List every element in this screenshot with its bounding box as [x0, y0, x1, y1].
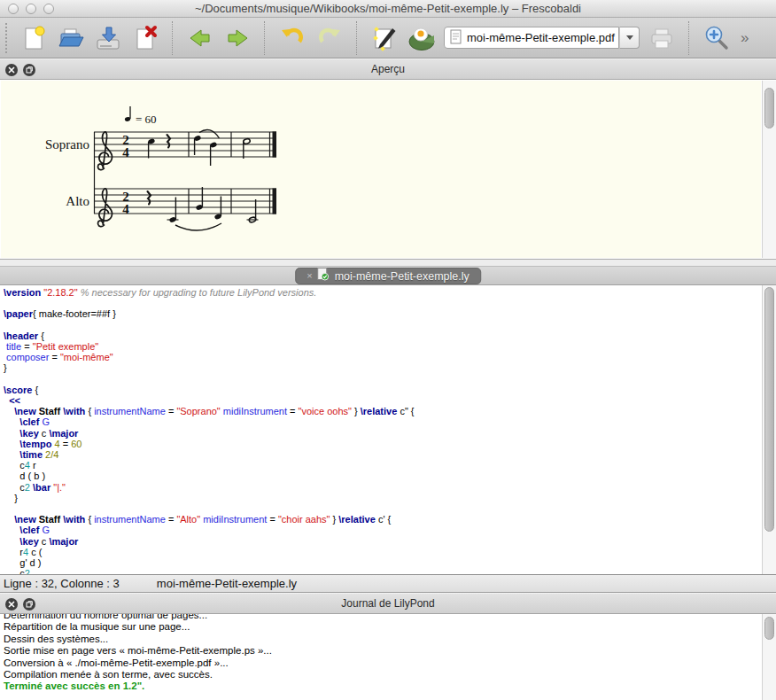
open-folder-icon	[57, 24, 85, 52]
back-button[interactable]	[182, 19, 219, 57]
code-line	[4, 503, 760, 514]
document-tab[interactable]: × moi-même-Petit-exemple.ly	[295, 268, 481, 284]
code-line: c2 \bar "|."	[4, 482, 760, 493]
pencil-edit-icon	[370, 24, 399, 52]
toolbar-drag-handle[interactable]	[5, 23, 10, 53]
log-line: Sortie mise en page vers « moi-même-Peti…	[4, 645, 760, 657]
preview-panel-title: Aperçu	[371, 63, 405, 75]
minimize-window-button[interactable]	[26, 4, 36, 14]
tab-close-icon[interactable]: ×	[307, 271, 312, 281]
run-lilypond-button[interactable]	[403, 19, 440, 57]
score-preview[interactable]: Soprano Alto	[1, 81, 761, 258]
code-line: \new Staff \with { instrumentName = "Alt…	[4, 514, 760, 525]
code-line: \version "2.18.2" % necessary for upgrad…	[4, 287, 760, 298]
code-line: \score {	[4, 385, 760, 395]
close-document-button[interactable]	[127, 19, 164, 57]
code-line: c2	[4, 568, 760, 574]
cursor-position: Ligne : 32, Colonne : 3	[4, 577, 120, 590]
back-arrow-icon	[186, 24, 214, 52]
log-line: Détermination du nombre optimal de pages…	[4, 614, 760, 621]
code-line: title = "Petit exemple"	[4, 341, 760, 352]
log-scrollbar[interactable]	[762, 614, 776, 700]
lilypond-egg-icon	[407, 23, 437, 53]
code-line	[4, 298, 760, 308]
toolbar-separator	[688, 21, 690, 55]
redo-button[interactable]	[311, 19, 348, 57]
code-line: \key c \major	[4, 428, 760, 439]
staff-lines	[94, 132, 276, 214]
time-signatures: 2 4 2 4	[122, 133, 129, 216]
editor-scrollbar-thumb[interactable]	[764, 287, 774, 532]
code-line: \clef G	[4, 416, 760, 427]
preview-scrollbar-thumb[interactable]	[764, 88, 774, 128]
document-combo-dropdown-button[interactable]	[619, 27, 640, 49]
close-log-panel-button[interactable]	[5, 598, 18, 611]
editor-scrollbar[interactable]	[762, 285, 776, 574]
forward-button[interactable]	[219, 19, 256, 57]
code-editor[interactable]: \version "2.18.2" % necessary for upgrad…	[0, 285, 776, 574]
close-icon	[8, 66, 15, 74]
code-line: }	[4, 362, 760, 373]
code-line	[4, 320, 760, 331]
frescobaldi-window: ~/Documents/musique/Wikibooks/moi-même-P…	[0, 0, 776, 700]
tempo-mark: = 60	[124, 106, 156, 126]
close-preview-panel-button[interactable]	[5, 64, 18, 76]
log-panel-header: Journal de LilyPond	[0, 593, 776, 614]
lilypond-log[interactable]: Détermination du nombre optimal de pages…	[0, 614, 776, 700]
undo-button[interactable]	[274, 19, 311, 57]
svg-text:4: 4	[122, 202, 129, 216]
forward-arrow-icon	[223, 24, 252, 52]
code-line: d ( b )	[4, 471, 760, 481]
toolbar-overflow-button[interactable]: »	[741, 29, 749, 47]
new-document-button[interactable]	[15, 19, 52, 57]
svg-text:= 60: = 60	[136, 113, 157, 126]
code-line: \new Staff \with { instrumentName = "Sop…	[4, 406, 760, 416]
print-music-button[interactable]	[643, 19, 680, 57]
status-bar: Ligne : 32, Colonne : 3 moi-même-Petit-e…	[0, 574, 776, 593]
close-window-button[interactable]	[8, 4, 19, 14]
code-line: \tempo 4 = 60	[4, 439, 760, 449]
document-tab-bar: × moi-même-Petit-exemple.ly	[0, 267, 776, 285]
code-line: \time 2/4	[4, 449, 760, 460]
magnifier-plus-icon	[702, 24, 731, 52]
toolbar-separator	[356, 21, 358, 55]
chevron-down-icon	[626, 35, 633, 40]
save-icon	[94, 24, 122, 52]
final-barline	[273, 132, 277, 158]
log-line: Terminé avec succès en 1.2".	[4, 681, 760, 692]
code-line	[4, 374, 760, 385]
log-line: Dessin des systèmes...	[4, 634, 760, 645]
document-combo-field[interactable]: moi-même-Petit-exemple.pdf	[444, 27, 619, 49]
open-document-button[interactable]	[52, 19, 89, 57]
alto-notes	[148, 187, 259, 230]
tab-label: moi-même-Petit-exemple.ly	[335, 270, 469, 283]
window-title: ~/Documents/musique/Wikibooks/moi-même-P…	[195, 2, 581, 15]
document-combo-value: moi-même-Petit-exemple.pdf	[467, 31, 615, 44]
preview-horizontal-scrollbar[interactable]	[0, 260, 776, 267]
log-line: Répartition de la musique sur une page..…	[4, 621, 760, 633]
save-document-button[interactable]	[89, 19, 127, 57]
preview-scrollbar[interactable]	[762, 81, 776, 258]
log-scrollbar-thumb[interactable]	[764, 617, 774, 640]
main-toolbar: moi-même-Petit-exemple.pdf »	[0, 18, 776, 58]
tab-document-icon	[318, 268, 330, 284]
soprano-staff-label: Soprano	[45, 137, 89, 152]
float-preview-panel-button[interactable]	[23, 64, 35, 76]
float-panel-icon	[26, 66, 33, 74]
redo-icon	[315, 24, 344, 52]
zoom-window-button[interactable]	[43, 4, 54, 14]
code-line: \key c \major	[4, 536, 760, 547]
preview-panel-header: Aperçu	[0, 58, 776, 80]
float-log-panel-button[interactable]	[23, 598, 35, 611]
float-panel-icon	[26, 601, 33, 608]
edit-in-place-button[interactable]	[366, 19, 403, 57]
code-line: \header {	[4, 331, 760, 341]
code-line: \clef G	[4, 525, 760, 535]
log-line: Conversion à « ./moi-même-Petit-exemple.…	[4, 657, 760, 669]
zoom-in-button[interactable]	[698, 19, 735, 57]
code-line: c4 r	[4, 460, 760, 471]
code-line: \paper{ make-footer=##f }	[4, 308, 760, 319]
undo-icon	[278, 24, 307, 52]
toolbar-separator	[264, 21, 266, 55]
close-icon	[8, 601, 15, 608]
